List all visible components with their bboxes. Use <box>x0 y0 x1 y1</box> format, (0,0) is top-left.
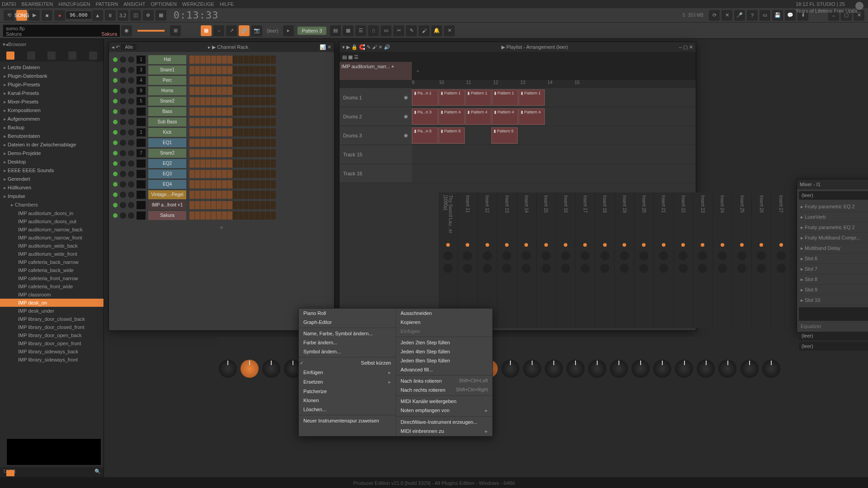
tree-folder[interactable]: Desktop <box>0 158 104 166</box>
insert-knob[interactable] <box>522 264 531 273</box>
step-cell[interactable] <box>222 160 227 168</box>
browser-tree[interactable]: Letzte DateienPlugin-DatenbankPlugin-Pre… <box>0 61 104 467</box>
step-cell[interactable] <box>206 118 211 126</box>
step-cell[interactable] <box>233 191 238 199</box>
channel-pan-knob[interactable] <box>120 67 126 73</box>
step-cell[interactable] <box>189 170 194 178</box>
live-icon[interactable]: 📷 <box>251 25 262 36</box>
step-cell[interactable] <box>238 118 243 126</box>
pl-tool-icon[interactable]: ▤ ▦ ☰ <box>342 54 359 60</box>
mixer-slot[interactable]: ▸ LuxeVerb <box>797 212 868 222</box>
insert-led[interactable] <box>662 243 665 247</box>
step-cell[interactable] <box>206 211 211 220</box>
channel-route-number[interactable] <box>137 118 146 126</box>
step-cell[interactable] <box>195 170 200 178</box>
song-mode-button[interactable]: SONG <box>16 10 27 21</box>
channel-pan-knob[interactable] <box>120 171 126 177</box>
step-cell[interactable] <box>265 108 270 116</box>
channel-mute-led[interactable] <box>113 182 118 187</box>
channel-vol-knob[interactable] <box>128 129 134 136</box>
step-cell[interactable] <box>255 118 259 126</box>
step-cell[interactable] <box>200 87 205 95</box>
step-cell[interactable] <box>244 170 249 178</box>
insert-pan-knob[interactable] <box>639 251 648 260</box>
step-cell[interactable] <box>222 128 227 136</box>
tree-file[interactable]: IMP cafeteria_front_wide <box>0 282 104 291</box>
channel-name-button[interactable]: Perc <box>148 76 186 85</box>
step-cell[interactable] <box>255 128 259 136</box>
step-cell[interactable] <box>249 180 254 188</box>
step-cell[interactable] <box>227 180 232 188</box>
insert-knob[interactable] <box>757 264 766 273</box>
step-cell[interactable] <box>265 180 270 188</box>
step-cell[interactable] <box>244 66 249 74</box>
step-cell[interactable] <box>233 201 238 209</box>
mixer-slot[interactable]: ▸ Fruity parametric EQ 2 <box>797 202 868 212</box>
step-cell[interactable] <box>189 191 194 199</box>
menu-item[interactable]: Einfügen▸ <box>299 368 396 377</box>
menu-pattern[interactable]: PATTERN <box>96 0 118 8</box>
step-cell[interactable] <box>271 201 276 209</box>
step-cell[interactable] <box>227 128 232 136</box>
step-cell[interactable] <box>244 56 249 64</box>
step-cell[interactable] <box>227 56 232 64</box>
menu-item[interactable]: DirectWave-Instrument erzeugen... <box>396 416 492 427</box>
track-lane[interactable] <box>412 164 696 183</box>
step-cell[interactable] <box>200 76 205 84</box>
step-cell[interactable] <box>255 66 259 74</box>
step-cell[interactable] <box>249 201 254 209</box>
step-cell[interactable] <box>222 66 227 74</box>
step-cell[interactable] <box>211 87 216 95</box>
playlist-clip[interactable]: ▮ Pattern 1 <box>492 89 518 106</box>
playlist-close-icon[interactable]: – ▢ ✕ <box>679 44 693 50</box>
send-knob[interactable] <box>262 360 280 378</box>
wait-icon[interactable]: ⏸ <box>105 10 116 21</box>
step-cell[interactable] <box>195 66 200 74</box>
step-cell[interactable] <box>217 76 222 84</box>
step-cell[interactable] <box>227 160 232 168</box>
mixer-output-1[interactable]: (leer)▸ <box>799 332 868 340</box>
step-cell[interactable] <box>249 211 254 220</box>
step-cell[interactable] <box>255 180 259 188</box>
picker-area[interactable]: + <box>412 62 696 80</box>
insert-knob[interactable] <box>698 264 707 273</box>
step-cell[interactable] <box>265 128 270 136</box>
mixer-insert[interactable]: Insert 24 <box>713 192 732 328</box>
step-cell[interactable] <box>249 66 254 74</box>
channel-vol-knob[interactable] <box>128 67 134 73</box>
channel-name-button[interactable]: Kick <box>148 128 186 137</box>
ruler-mark[interactable]: 10 <box>439 80 466 88</box>
step-cell[interactable] <box>271 128 276 136</box>
channel-pan-knob[interactable] <box>120 98 126 104</box>
step-cell[interactable] <box>260 108 265 116</box>
step-cell[interactable] <box>227 201 232 209</box>
mixer-slot[interactable]: ▸ Slot 10 <box>797 295 868 305</box>
insert-pan-knob[interactable] <box>502 251 511 260</box>
step-cell[interactable] <box>265 118 270 126</box>
step-cell[interactable] <box>233 180 238 188</box>
switch-icon[interactable]: ⊞ <box>170 25 181 36</box>
step-cell[interactable] <box>249 160 254 168</box>
step-cell[interactable] <box>260 128 265 136</box>
send-knob[interactable] <box>762 360 780 378</box>
insert-pan-knob[interactable] <box>698 251 707 260</box>
step-cell[interactable] <box>217 149 222 157</box>
step-cell[interactable] <box>206 87 211 95</box>
tree-folder[interactable]: EEEE EEEE Sounds <box>0 166 104 175</box>
send-knob[interactable] <box>697 360 715 378</box>
channel-mute-led[interactable] <box>113 109 118 114</box>
step-cell[interactable] <box>255 108 259 116</box>
step-cell[interactable] <box>260 97 265 105</box>
tree-file[interactable]: IMP auditorium_narrow_back <box>0 225 104 234</box>
insert-pan-knob[interactable] <box>737 251 746 260</box>
step-cell[interactable] <box>244 211 249 220</box>
tree-file[interactable]: IMP library_sideways_back <box>0 347 104 356</box>
tree-folder[interactable]: Backup <box>0 123 104 132</box>
menu-item[interactable]: Noten empfangen von▸ <box>396 406 492 415</box>
step-cell[interactable] <box>260 201 265 209</box>
playlist-clip[interactable]: ▮ Pa...n 1 <box>412 89 438 106</box>
chrack-graph-icon[interactable]: 📊 <box>320 44 326 50</box>
step-cell[interactable] <box>217 56 222 64</box>
channel-name-button[interactable]: Sub Bass <box>148 117 186 127</box>
track-header[interactable]: Track 15 <box>340 145 412 164</box>
